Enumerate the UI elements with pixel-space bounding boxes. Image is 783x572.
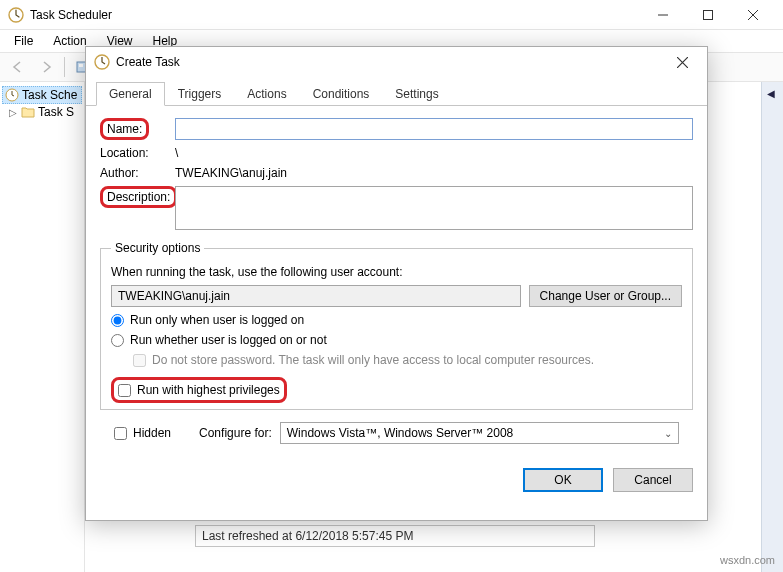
chevron-left-icon: ◀	[767, 88, 775, 99]
dialog-footer: OK Cancel	[86, 460, 707, 504]
security-prompt: When running the task, use the following…	[111, 265, 682, 279]
configure-for-select[interactable]: Windows Vista™, Windows Server™ 2008 ⌄	[280, 422, 679, 444]
tree-root-label: Task Sche	[22, 88, 77, 102]
tab-actions[interactable]: Actions	[234, 82, 299, 106]
back-button[interactable]	[6, 56, 30, 78]
name-input[interactable]	[175, 118, 693, 140]
author-value: TWEAKING\anuj.jain	[175, 166, 693, 180]
tab-conditions[interactable]: Conditions	[300, 82, 383, 106]
tab-general[interactable]: General	[96, 82, 165, 106]
menu-file[interactable]: File	[6, 32, 41, 50]
check-highest-privileges-input[interactable]	[118, 384, 131, 397]
change-user-button[interactable]: Change User or Group...	[529, 285, 682, 307]
expander-icon[interactable]: ▷	[8, 107, 18, 118]
configure-for-label: Configure for:	[199, 426, 272, 440]
description-input[interactable]	[175, 186, 693, 230]
check-no-store-password-input	[133, 354, 146, 367]
folder-icon	[21, 106, 35, 118]
dialog-close-button[interactable]	[665, 50, 699, 74]
tree-child[interactable]: ▷ Task S	[2, 104, 82, 120]
radio-logged-on-input[interactable]	[111, 314, 124, 327]
tab-body: Name: Location: \ Author: TWEAKING\anuj.…	[86, 106, 707, 460]
tab-settings[interactable]: Settings	[382, 82, 451, 106]
minimize-button[interactable]	[640, 1, 685, 29]
chevron-down-icon: ⌄	[664, 428, 672, 439]
maximize-button[interactable]	[685, 1, 730, 29]
ok-button[interactable]: OK	[523, 468, 603, 492]
check-highest-privileges[interactable]: Run with highest privileges	[118, 383, 280, 397]
tree-root[interactable]: Task Sche	[2, 86, 82, 104]
location-label: Location:	[100, 146, 175, 160]
app-title: Task Scheduler	[30, 8, 640, 22]
author-label: Author:	[100, 166, 175, 180]
radio-whether-logged-input[interactable]	[111, 334, 124, 347]
security-options-group: Security options When running the task, …	[100, 241, 693, 410]
dialog-titlebar: Create Task	[86, 47, 707, 77]
status-text: Last refreshed at 6/12/2018 5:57:45 PM	[202, 529, 413, 543]
clock-icon	[5, 88, 19, 102]
radio-logged-on[interactable]: Run only when user is logged on	[111, 313, 682, 327]
tree-pane: Task Sche ▷ Task S	[0, 82, 85, 572]
dialog-icon	[94, 54, 110, 70]
svg-rect-1	[703, 10, 712, 19]
radio-whether-logged[interactable]: Run whether user is logged on or not	[111, 333, 682, 347]
check-no-store-password: Do not store password. The task will onl…	[133, 353, 682, 367]
tree-child-label: Task S	[38, 105, 74, 119]
name-label: Name:	[100, 118, 149, 140]
close-button[interactable]	[730, 1, 775, 29]
check-hidden-input[interactable]	[114, 427, 127, 440]
security-legend: Security options	[111, 241, 204, 255]
titlebar: Task Scheduler	[0, 0, 783, 30]
forward-button[interactable]	[34, 56, 58, 78]
svg-rect-3	[79, 64, 83, 67]
description-label: Description:	[100, 186, 177, 208]
cancel-button[interactable]: Cancel	[613, 468, 693, 492]
watermark: wsxdn.com	[720, 554, 775, 566]
user-account-display: TWEAKING\anuj.jain	[111, 285, 521, 307]
dialog-title: Create Task	[116, 55, 180, 69]
app-icon	[8, 7, 24, 23]
check-hidden[interactable]: Hidden	[114, 426, 171, 440]
create-task-dialog: Create Task General Triggers Actions Con…	[85, 46, 708, 521]
location-value: \	[175, 146, 693, 160]
tab-triggers[interactable]: Triggers	[165, 82, 235, 106]
status-bar: Last refreshed at 6/12/2018 5:57:45 PM	[195, 525, 595, 547]
actions-pane-collapsed[interactable]: ◀	[761, 82, 783, 572]
tabstrip: General Triggers Actions Conditions Sett…	[86, 81, 707, 106]
